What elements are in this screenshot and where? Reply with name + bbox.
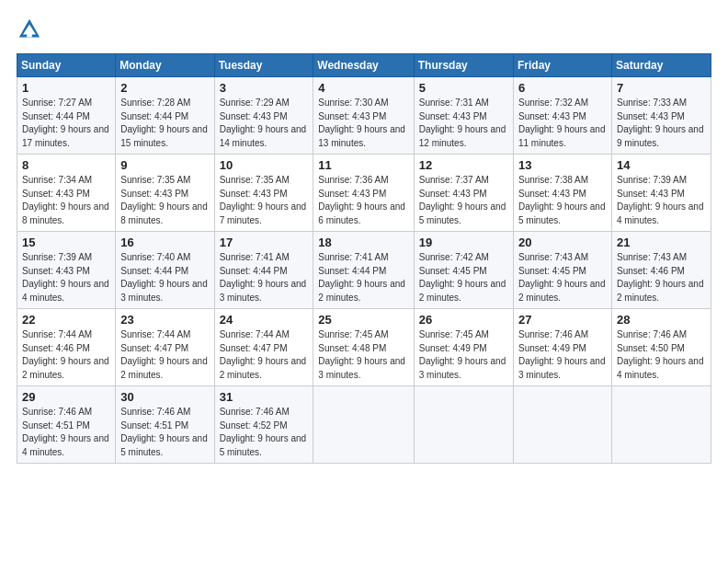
week-row-3: 15 Sunrise: 7:39 AMSunset: 4:43 PMDaylig…	[17, 232, 711, 309]
day-cell: 22 Sunrise: 7:44 AMSunset: 4:46 PMDaylig…	[17, 309, 116, 386]
day-detail: Sunrise: 7:33 AMSunset: 4:43 PMDaylight:…	[617, 98, 704, 148]
day-cell: 6 Sunrise: 7:32 AMSunset: 4:43 PMDayligh…	[513, 77, 611, 155]
day-detail: Sunrise: 7:42 AMSunset: 4:45 PMDaylight:…	[419, 252, 506, 303]
day-cell: 8 Sunrise: 7:34 AMSunset: 4:43 PMDayligh…	[17, 155, 116, 232]
day-cell: 3 Sunrise: 7:29 AMSunset: 4:43 PMDayligh…	[214, 77, 313, 155]
weekday-tuesday: Tuesday	[214, 54, 313, 77]
day-detail: Sunrise: 7:32 AMSunset: 4:43 PMDaylight:…	[518, 98, 606, 148]
weekday-sunday: Sunday	[17, 54, 116, 77]
day-number: 11	[318, 158, 408, 172]
day-number: 7	[617, 81, 706, 95]
day-number: 24	[220, 313, 309, 327]
day-number: 26	[419, 313, 508, 327]
day-number: 12	[419, 158, 508, 172]
day-number: 5	[419, 81, 508, 95]
day-detail: Sunrise: 7:43 AMSunset: 4:46 PMDaylight:…	[617, 252, 704, 303]
day-number: 25	[318, 313, 408, 327]
day-number: 4	[318, 81, 408, 95]
day-number: 20	[518, 236, 607, 249]
day-number: 3	[220, 81, 309, 95]
day-detail: Sunrise: 7:46 AMSunset: 4:52 PMDaylight:…	[220, 407, 307, 457]
day-number: 16	[120, 236, 209, 249]
day-detail: Sunrise: 7:35 AMSunset: 4:43 PMDaylight:…	[120, 175, 208, 225]
day-number: 9	[120, 158, 209, 172]
day-cell: 4 Sunrise: 7:30 AMSunset: 4:43 PMDayligh…	[313, 77, 414, 155]
day-number: 28	[617, 313, 706, 327]
day-detail: Sunrise: 7:41 AMSunset: 4:44 PMDaylight:…	[318, 252, 405, 303]
day-cell: 12 Sunrise: 7:37 AMSunset: 4:43 PMDaylig…	[414, 155, 513, 232]
day-cell: 24 Sunrise: 7:44 AMSunset: 4:47 PMDaylig…	[214, 309, 313, 386]
svg-rect-2	[27, 29, 32, 37]
day-cell: 23 Sunrise: 7:44 AMSunset: 4:47 PMDaylig…	[116, 309, 214, 386]
day-number: 21	[617, 236, 706, 249]
logo-icon	[17, 17, 42, 42]
day-detail: Sunrise: 7:41 AMSunset: 4:44 PMDaylight:…	[220, 252, 307, 303]
day-cell: 25 Sunrise: 7:45 AMSunset: 4:48 PMDaylig…	[313, 309, 414, 386]
day-detail: Sunrise: 7:45 AMSunset: 4:49 PMDaylight:…	[419, 329, 506, 380]
day-detail: Sunrise: 7:37 AMSunset: 4:43 PMDaylight:…	[419, 175, 506, 225]
day-number: 10	[220, 158, 309, 172]
day-detail: Sunrise: 7:30 AMSunset: 4:43 PMDaylight:…	[318, 98, 405, 148]
day-number: 6	[518, 81, 607, 95]
day-cell: 29 Sunrise: 7:46 AMSunset: 4:51 PMDaylig…	[17, 386, 116, 464]
weekday-header-row: SundayMondayTuesdayWednesdayThursdayFrid…	[17, 54, 711, 77]
day-detail: Sunrise: 7:28 AMSunset: 4:44 PMDaylight:…	[120, 98, 208, 148]
day-cell: 13 Sunrise: 7:38 AMSunset: 4:43 PMDaylig…	[513, 155, 611, 232]
logo	[17, 17, 46, 42]
day-detail: Sunrise: 7:46 AMSunset: 4:50 PMDaylight:…	[617, 329, 704, 380]
day-detail: Sunrise: 7:46 AMSunset: 4:51 PMDaylight:…	[120, 407, 208, 457]
day-detail: Sunrise: 7:44 AMSunset: 4:46 PMDaylight:…	[22, 329, 109, 380]
week-row-5: 29 Sunrise: 7:46 AMSunset: 4:51 PMDaylig…	[17, 386, 711, 464]
weekday-friday: Friday	[513, 54, 611, 77]
day-cell: 19 Sunrise: 7:42 AMSunset: 4:45 PMDaylig…	[414, 232, 513, 309]
day-cell	[611, 386, 711, 464]
day-cell	[414, 386, 513, 464]
day-detail: Sunrise: 7:45 AMSunset: 4:48 PMDaylight:…	[318, 329, 405, 380]
day-detail: Sunrise: 7:44 AMSunset: 4:47 PMDaylight:…	[120, 329, 208, 380]
weekday-saturday: Saturday	[611, 54, 711, 77]
day-cell: 30 Sunrise: 7:46 AMSunset: 4:51 PMDaylig…	[116, 386, 214, 464]
day-number: 22	[22, 313, 110, 327]
weekday-monday: Monday	[116, 54, 214, 77]
day-cell: 18 Sunrise: 7:41 AMSunset: 4:44 PMDaylig…	[313, 232, 414, 309]
day-detail: Sunrise: 7:31 AMSunset: 4:43 PMDaylight:…	[419, 98, 506, 148]
day-number: 29	[22, 390, 110, 404]
day-cell: 2 Sunrise: 7:28 AMSunset: 4:44 PMDayligh…	[116, 77, 214, 155]
day-detail: Sunrise: 7:43 AMSunset: 4:45 PMDaylight:…	[518, 252, 606, 303]
day-cell: 5 Sunrise: 7:31 AMSunset: 4:43 PMDayligh…	[414, 77, 513, 155]
day-number: 19	[419, 236, 508, 249]
day-detail: Sunrise: 7:36 AMSunset: 4:43 PMDaylight:…	[318, 175, 405, 225]
day-cell: 16 Sunrise: 7:40 AMSunset: 4:44 PMDaylig…	[116, 232, 214, 309]
day-number: 30	[120, 390, 209, 404]
day-number: 1	[22, 81, 110, 95]
day-cell: 21 Sunrise: 7:43 AMSunset: 4:46 PMDaylig…	[611, 232, 711, 309]
day-cell: 20 Sunrise: 7:43 AMSunset: 4:45 PMDaylig…	[513, 232, 611, 309]
day-detail: Sunrise: 7:44 AMSunset: 4:47 PMDaylight:…	[220, 329, 307, 380]
day-cell: 1 Sunrise: 7:27 AMSunset: 4:44 PMDayligh…	[17, 77, 116, 155]
week-row-1: 1 Sunrise: 7:27 AMSunset: 4:44 PMDayligh…	[17, 77, 711, 155]
weekday-thursday: Thursday	[414, 54, 513, 77]
day-cell: 10 Sunrise: 7:35 AMSunset: 4:43 PMDaylig…	[214, 155, 313, 232]
day-detail: Sunrise: 7:39 AMSunset: 4:43 PMDaylight:…	[22, 252, 109, 303]
week-row-4: 22 Sunrise: 7:44 AMSunset: 4:46 PMDaylig…	[17, 309, 711, 386]
day-cell: 7 Sunrise: 7:33 AMSunset: 4:43 PMDayligh…	[611, 77, 711, 155]
day-number: 15	[22, 236, 110, 249]
day-cell: 31 Sunrise: 7:46 AMSunset: 4:52 PMDaylig…	[214, 386, 313, 464]
day-cell: 15 Sunrise: 7:39 AMSunset: 4:43 PMDaylig…	[17, 232, 116, 309]
day-detail: Sunrise: 7:39 AMSunset: 4:43 PMDaylight:…	[617, 175, 704, 225]
day-detail: Sunrise: 7:34 AMSunset: 4:43 PMDaylight:…	[22, 175, 109, 225]
week-row-2: 8 Sunrise: 7:34 AMSunset: 4:43 PMDayligh…	[17, 155, 711, 232]
day-detail: Sunrise: 7:27 AMSunset: 4:44 PMDaylight:…	[22, 98, 109, 148]
day-detail: Sunrise: 7:46 AMSunset: 4:49 PMDaylight:…	[518, 329, 606, 380]
day-cell: 17 Sunrise: 7:41 AMSunset: 4:44 PMDaylig…	[214, 232, 313, 309]
day-number: 14	[617, 158, 706, 172]
day-cell: 26 Sunrise: 7:45 AMSunset: 4:49 PMDaylig…	[414, 309, 513, 386]
day-cell: 27 Sunrise: 7:46 AMSunset: 4:49 PMDaylig…	[513, 309, 611, 386]
day-number: 13	[518, 158, 607, 172]
day-cell: 14 Sunrise: 7:39 AMSunset: 4:43 PMDaylig…	[611, 155, 711, 232]
day-detail: Sunrise: 7:40 AMSunset: 4:44 PMDaylight:…	[120, 252, 208, 303]
day-number: 8	[22, 158, 110, 172]
day-cell	[513, 386, 611, 464]
day-cell	[313, 386, 414, 464]
day-detail: Sunrise: 7:35 AMSunset: 4:43 PMDaylight:…	[220, 175, 307, 225]
